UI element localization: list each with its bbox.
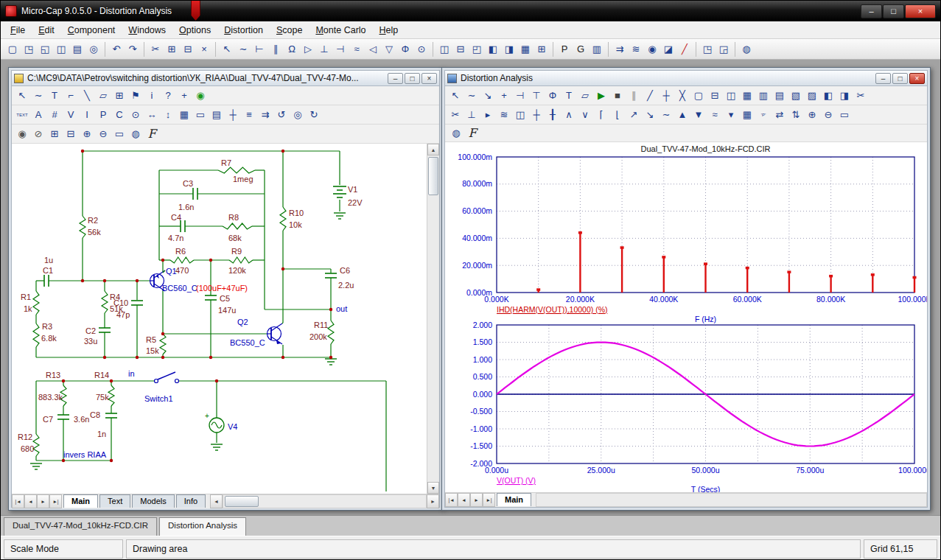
power-button[interactable]: P	[95, 107, 111, 123]
component-label[interactable]: 3.6n	[74, 415, 89, 424]
info-mode-button[interactable]: i	[144, 88, 160, 104]
anchor-cursors-button[interactable]: ⊥	[463, 107, 480, 123]
analysis-minimize-button[interactable]: –	[875, 73, 891, 84]
menu-scope[interactable]: Scope	[270, 23, 309, 38]
component-label[interactable]: C3	[183, 179, 193, 188]
font-button[interactable]: F	[464, 125, 480, 141]
schematic-horizontal-scrollbar[interactable]: ◄ ►	[210, 494, 439, 508]
repeat-last-button[interactable]: ↻	[306, 107, 322, 123]
component-label[interactable]: R9	[231, 247, 242, 256]
component-label[interactable]: 33u	[84, 337, 97, 346]
analysis-window-titlebar[interactable]: Distortion Analysis – □ ×	[445, 71, 927, 86]
stop-button[interactable]: ■	[609, 88, 626, 104]
fall-button[interactable]: ↘	[642, 107, 658, 123]
component-label[interactable]: C1	[43, 266, 53, 275]
run-button[interactable]: ▶	[593, 88, 609, 104]
panel-grid-button[interactable]: ▦	[739, 88, 755, 104]
calculator-button[interactable]: ⊞	[534, 41, 550, 57]
component-label[interactable]: 1meg	[233, 175, 253, 183]
cursor-b-button[interactable]: ╂	[545, 107, 561, 123]
component-label[interactable]: R6	[175, 247, 186, 256]
split-vertical-button[interactable]: ◨	[501, 41, 517, 57]
columns-4-button[interactable]: ▨	[804, 88, 820, 104]
component-browser-button[interactable]: ⊞	[111, 88, 127, 104]
analysis-maximize-button[interactable]: □	[892, 73, 908, 84]
trim-button[interactable]: ✂	[853, 88, 869, 104]
document-tab[interactable]: Dual_TVV-47-Mod_10kHz-FCD.CIR	[4, 517, 157, 536]
select-mode-button[interactable]: ↖	[14, 88, 30, 104]
schematic-minimize-button[interactable]: –	[388, 73, 403, 84]
align-cursors-x-button[interactable]: ⇄	[772, 107, 788, 123]
rotate-button[interactable]: ↺	[273, 107, 290, 123]
analysis-first-page-button[interactable]: |◄	[445, 493, 458, 507]
component-label[interactable]: R8	[228, 213, 239, 222]
component-label[interactable]: 75k	[96, 393, 109, 402]
schematic-last-page-button[interactable]: ►|	[49, 494, 62, 508]
columns-2-button[interactable]: ▤	[772, 88, 788, 104]
scrollbar-track[interactable]	[223, 494, 427, 508]
new-file-button[interactable]: ▢	[4, 41, 21, 57]
envelope-button[interactable]: ≈	[707, 107, 723, 123]
schematic-close-button[interactable]: ×	[421, 73, 437, 84]
component-label[interactable]: 883.3k	[38, 393, 63, 402]
component-label[interactable]: C8	[90, 410, 100, 419]
font-button[interactable]: F	[144, 126, 160, 142]
window-view-a-button[interactable]: ◳	[699, 41, 716, 57]
tracker-button[interactable]: ╳	[674, 88, 690, 104]
align-right-button[interactable]: ◨	[836, 88, 853, 104]
currents-button[interactable]: I	[79, 107, 95, 123]
component-label[interactable]: C10	[113, 298, 128, 307]
horizontal-tag-button[interactable]: ⊣	[512, 88, 528, 104]
component-label[interactable]: 47p	[116, 310, 130, 319]
browser-globe-button[interactable]: ◍	[448, 125, 464, 141]
component-battery-button[interactable]: ⊣	[332, 41, 349, 57]
app-icon[interactable]	[5, 5, 17, 17]
menu-component[interactable]: Component	[61, 23, 122, 38]
schematic-next-page-button[interactable]: ►	[37, 494, 49, 508]
component-label[interactable]: Switch1	[144, 394, 173, 403]
component-label[interactable]: 4.7n	[168, 234, 183, 242]
label-mode-button[interactable]: 'P'	[755, 107, 772, 123]
component-label[interactable]: 120k	[228, 266, 246, 275]
inflection-button[interactable]: ∼	[658, 107, 674, 123]
menu-windows[interactable]: Windows	[122, 23, 172, 38]
copy-button[interactable]: ⊞	[164, 41, 180, 57]
zoom-area-button[interactable]: ▭	[111, 126, 127, 142]
valley-button[interactable]: ∨	[577, 107, 593, 123]
split-horizontal-button[interactable]: ◧	[485, 41, 501, 57]
info-circle-button[interactable]: ◉	[14, 126, 30, 142]
close-button[interactable]: ×	[905, 4, 936, 18]
scale-mode-button[interactable]: ↘	[480, 88, 496, 104]
numeric-output-button[interactable]: ▦	[739, 107, 755, 123]
graphics-mode-button[interactable]: ▱	[95, 88, 111, 104]
crosshair-button[interactable]: ┼	[225, 107, 241, 123]
component-label[interactable]: R1	[21, 293, 31, 301]
color-palette-button[interactable]: ◪	[660, 41, 676, 57]
component-label[interactable]: 200k	[309, 332, 327, 341]
cursor-a-button[interactable]: ┼	[528, 107, 545, 123]
component-label[interactable]: 680	[21, 444, 34, 453]
component-label[interactable]: (100uF+47uF)	[196, 284, 248, 293]
sheet-tab-models[interactable]: Models	[132, 494, 174, 508]
analysis-prev-page-button[interactable]: ◄	[458, 493, 470, 507]
panel-split-v-button[interactable]: ◫	[723, 88, 739, 104]
component-label[interactable]: R2	[88, 216, 98, 225]
cut-button[interactable]: ✂	[147, 41, 164, 57]
step-box-button[interactable]: ⇉	[257, 107, 273, 123]
component-label[interactable]: 6.8k	[41, 334, 57, 343]
scroll-up-button[interactable]: ▲	[427, 144, 439, 155]
tile-vertical-button[interactable]: ◫	[436, 41, 452, 57]
global-high-button[interactable]: ▲	[674, 107, 690, 123]
component-label[interactable]: 56k	[88, 228, 101, 237]
tile-horizontal-button[interactable]: ⊟	[452, 41, 469, 57]
schematic-prev-page-button[interactable]: ◄	[24, 494, 37, 508]
component-label[interactable]: BC560_C	[162, 284, 197, 293]
component-label[interactable]: 68k	[228, 234, 242, 242]
component-label[interactable]: in	[128, 369, 135, 378]
select-mode-button[interactable]: ↖	[219, 41, 235, 57]
component-label[interactable]: 1.6n	[178, 203, 194, 211]
menu-distortion[interactable]: Distortion	[217, 23, 270, 38]
find-component-button[interactable]: ⊙	[413, 41, 430, 57]
peak-button[interactable]: ∧	[561, 107, 577, 123]
curve-select-button[interactable]: ▾	[723, 107, 739, 123]
